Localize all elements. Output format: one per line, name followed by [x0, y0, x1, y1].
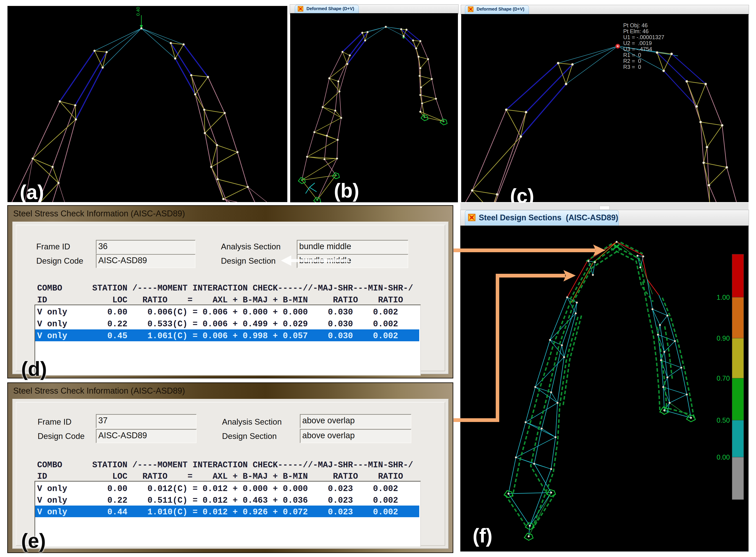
svg-text:R2 = 0: R2 = 0	[623, 58, 641, 64]
svg-text:(a): (a)	[20, 181, 44, 202]
svg-text:R3 = 0: R3 = 0	[623, 64, 641, 70]
svg-text:Pt Obj: 46: Pt Obj: 46	[623, 22, 647, 28]
svg-text:(f): (f)	[473, 525, 492, 547]
svg-text:U3 = -.4754: U3 = -.4754	[623, 46, 652, 52]
svg-text:1.00: 1.00	[717, 294, 730, 301]
svg-text:(b): (b)	[334, 180, 359, 202]
svg-text:Pt Elm: 46: Pt Elm: 46	[623, 28, 648, 34]
svg-text:R1 = 0: R1 = 0	[623, 52, 641, 58]
svg-text:0.50: 0.50	[717, 416, 730, 424]
svg-text:0.00: 0.00	[717, 453, 730, 461]
svg-text:U1 = -.00001327: U1 = -.00001327	[623, 34, 664, 40]
svg-text:0.40: 0.40	[135, 7, 141, 16]
svg-text:0.90: 0.90	[717, 334, 730, 342]
svg-text:(c): (c)	[510, 185, 534, 202]
svg-text:U2 = .0019: U2 = .0019	[623, 40, 652, 46]
svg-text:0.70: 0.70	[717, 375, 730, 382]
